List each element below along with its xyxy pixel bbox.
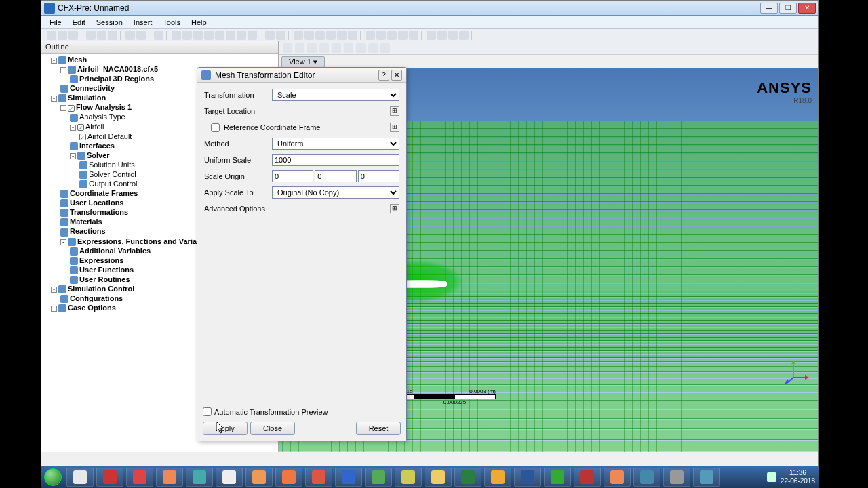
- tb-f4[interactable]: [459, 30, 469, 40]
- taskbar-item[interactable]: [245, 468, 273, 487]
- taskbar-item[interactable]: [663, 468, 690, 487]
- menu-file[interactable]: File: [44, 17, 67, 28]
- tb-e2[interactable]: [376, 30, 386, 40]
- tree-principal[interactable]: Principal 3D Regions: [79, 75, 154, 83]
- tb-b8[interactable]: [237, 30, 246, 40]
- tree-mesh[interactable]: Mesh: [68, 56, 87, 64]
- tb-d3[interactable]: [315, 30, 325, 40]
- tree-add-var[interactable]: Additional Variables: [79, 247, 151, 255]
- close-button[interactable]: Close: [250, 422, 295, 435]
- menu-session[interactable]: Session: [91, 17, 128, 28]
- tree-solution-units[interactable]: Solution Units: [89, 161, 135, 169]
- tree-analysis-type[interactable]: Analysis Type: [79, 113, 125, 121]
- expander-icon[interactable]: -: [51, 287, 57, 293]
- taskbar-item[interactable]: [365, 468, 392, 487]
- checkbox-icon[interactable]: [79, 134, 86, 140]
- expander-icon[interactable]: +: [51, 306, 57, 312]
- expand-ref-button[interactable]: ⊞: [390, 123, 399, 132]
- tb-redo[interactable]: [136, 30, 146, 40]
- apply-to-select[interactable]: Original (No Copy): [272, 186, 399, 199]
- taskbar-item[interactable]: [633, 468, 660, 487]
- vp-proj[interactable]: [368, 43, 378, 53]
- tb-b9[interactable]: [248, 30, 257, 40]
- tray-clock[interactable]: 11:3622-06-2018: [781, 469, 815, 485]
- tree-output-control[interactable]: Output Control: [89, 180, 138, 188]
- menu-edit[interactable]: Edit: [67, 17, 91, 28]
- taskbar-item[interactable]: [275, 468, 302, 487]
- expander-icon[interactable]: -: [60, 105, 66, 111]
- tray-icon[interactable]: [767, 472, 776, 482]
- tb-e3[interactable]: [387, 30, 397, 40]
- taskbar-item[interactable]: [126, 468, 153, 487]
- taskbar-item[interactable]: [335, 468, 362, 487]
- vp-zoom[interactable]: [307, 43, 317, 53]
- tree-transformations[interactable]: Transformations: [70, 208, 128, 216]
- taskbar-item[interactable]: [693, 468, 720, 487]
- tree-user-locations[interactable]: User Locations: [70, 199, 123, 207]
- tb-b3[interactable]: [182, 30, 192, 40]
- taskbar-item[interactable]: [96, 468, 123, 487]
- expander-icon[interactable]: -: [51, 58, 57, 64]
- ref-frame-checkbox[interactable]: [211, 123, 220, 132]
- tb-b5[interactable]: [204, 30, 214, 40]
- tree-airfoil-file[interactable]: Airfoil_NACA0018.cfx5: [77, 65, 158, 73]
- tb-b2[interactable]: [172, 30, 181, 40]
- vp-rotate[interactable]: [295, 43, 304, 53]
- tb-f1[interactable]: [427, 30, 436, 40]
- tb-d2[interactable]: [304, 30, 314, 40]
- tb-d6[interactable]: [348, 30, 357, 40]
- tree-airfoil-default[interactable]: Airfoil Default: [87, 132, 132, 140]
- menu-insert[interactable]: Insert: [128, 17, 158, 28]
- vp-select[interactable]: [283, 43, 292, 53]
- taskbar-item[interactable]: [425, 468, 452, 487]
- tree-airfoil-domain[interactable]: Airfoil: [85, 123, 104, 131]
- auto-preview-checkbox[interactable]: [203, 407, 212, 416]
- menu-help[interactable]: Help: [186, 17, 212, 28]
- close-button[interactable]: ✕: [798, 3, 816, 14]
- tb-e4[interactable]: [398, 30, 408, 40]
- expander-icon[interactable]: -: [51, 96, 57, 102]
- tb-new[interactable]: [47, 30, 56, 40]
- taskbar-item[interactable]: [156, 468, 183, 487]
- origin-z-input[interactable]: [358, 170, 399, 182]
- tree-connectivity[interactable]: Connectivity: [70, 84, 115, 92]
- method-select[interactable]: Uniform: [272, 138, 399, 150]
- taskbar-item[interactable]: [66, 468, 94, 487]
- maximize-button[interactable]: ❐: [779, 3, 797, 14]
- tb-c1[interactable]: [265, 30, 275, 40]
- vp-more[interactable]: [380, 43, 390, 53]
- expand-adv-button[interactable]: ⊞: [390, 204, 399, 214]
- tree-interfaces[interactable]: Interfaces: [79, 142, 115, 150]
- tree-solver[interactable]: Solver: [87, 151, 110, 159]
- tb-save[interactable]: [68, 30, 78, 40]
- vp-box[interactable]: [356, 43, 366, 53]
- tb-d4[interactable]: [326, 30, 336, 40]
- tree-materials[interactable]: Materials: [70, 218, 102, 226]
- dialog-help-button[interactable]: ?: [378, 70, 389, 81]
- tb-open[interactable]: [58, 30, 67, 40]
- dialog-close-button[interactable]: ✕: [391, 70, 402, 81]
- taskbar-item[interactable]: [454, 468, 481, 487]
- vp-zin[interactable]: [344, 43, 353, 53]
- tree-solver-control[interactable]: Solver Control: [89, 170, 136, 178]
- tb-b6[interactable]: [215, 30, 224, 40]
- vp-pan[interactable]: [319, 43, 329, 53]
- tb-import[interactable]: [86, 30, 96, 40]
- expander-icon[interactable]: -: [60, 67, 66, 73]
- tb-export[interactable]: [97, 30, 106, 40]
- tb-run[interactable]: [108, 30, 117, 40]
- tb-b1[interactable]: [154, 30, 163, 40]
- checkbox-icon[interactable]: [68, 105, 75, 112]
- uniform-scale-input[interactable]: [272, 154, 399, 166]
- reset-button[interactable]: Reset: [356, 422, 401, 435]
- menu-tools[interactable]: Tools: [157, 17, 186, 28]
- tree-expressions-fn[interactable]: Expressions, Functions and Variables: [77, 237, 212, 245]
- minimize-button[interactable]: —: [760, 3, 778, 14]
- taskbar-item[interactable]: [484, 468, 511, 487]
- tb-d5[interactable]: [337, 30, 347, 40]
- tree-simulation[interactable]: Simulation: [68, 94, 106, 102]
- taskbar-item[interactable]: [216, 468, 243, 487]
- tree-sim-control[interactable]: Simulation Control: [68, 285, 134, 293]
- tb-d1[interactable]: [294, 30, 303, 40]
- system-tray[interactable]: 11:3622-06-2018: [767, 469, 819, 485]
